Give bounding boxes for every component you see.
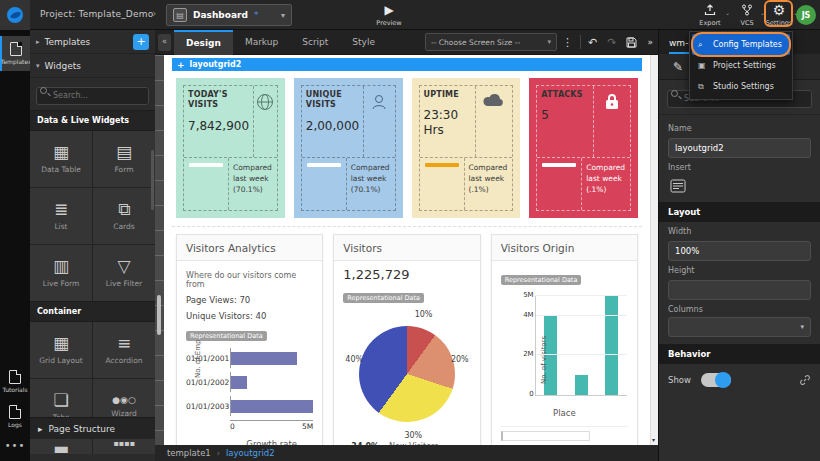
panel-visitors-analytics[interactable]: Visitors Analytics Where do our visitors… — [176, 234, 323, 445]
widget-list[interactable]: ≣List — [30, 188, 92, 244]
visitors-total: 1,225,729 — [343, 267, 470, 282]
data-table-icon: ▦ — [53, 144, 69, 161]
y-axis-label: No. of visitors — [540, 336, 548, 384]
kebab-menu-icon[interactable]: ⋮ — [557, 36, 578, 49]
widget-live-filter[interactable]: ▽Live Filter — [93, 245, 155, 301]
columns-dropdown[interactable]: ▾ — [668, 317, 811, 337]
widget-palette-sidebar: ▸ Templates + ▾ Widgets Data & Live Widg… — [30, 30, 155, 461]
project-name: Project: Template_Demo — [40, 9, 153, 19]
wavemaker-logo-icon — [6, 6, 24, 24]
edit-pencil-icon[interactable]: ✎ — [673, 60, 683, 74]
widget-search-input[interactable] — [36, 87, 149, 105]
panel-visitors-origin[interactable]: Visitors Origin Representational Data No… — [491, 234, 638, 445]
insert-row-button[interactable] — [668, 177, 688, 195]
rail-item-logs[interactable]: Logs — [0, 399, 30, 434]
columns-label: Columns — [659, 300, 820, 317]
more-panels-chevron-icon[interactable]: » — [642, 37, 658, 47]
show-toggle[interactable] — [701, 373, 731, 387]
collapse-arrow-icon: ▸ — [36, 38, 40, 46]
card-attacks[interactable]: ATTACKS 5 — [529, 78, 638, 218]
templates-section-header[interactable]: ▸ Templates + — [30, 30, 155, 54]
app-window: Project: Template_Demo › ▤ Dashboard * ▾… — [0, 0, 820, 461]
clipped-widget-icon: ▬ — [53, 440, 69, 454]
globe-icon — [255, 92, 275, 112]
panel-visitors[interactable]: Visitors 1,225,729 Representational Data… — [333, 234, 480, 445]
screen-size-dropdown[interactable]: -- Choose Screen Size -- ▾ — [425, 33, 557, 51]
tab-design[interactable]: Design — [174, 30, 233, 55]
search-icon — [671, 90, 678, 97]
templates-icon — [10, 42, 22, 56]
insert-label: Insert — [659, 158, 820, 175]
tab-script[interactable]: Script — [290, 30, 340, 55]
preview-button[interactable]: ▶ Preview — [372, 3, 406, 27]
representational-data-badge: Representational Data — [343, 293, 424, 303]
menu-item-config-templates[interactable]: ⌕ Config Templates — [692, 34, 790, 55]
breadcrumb-layoutgrid2[interactable]: layoutgrid2 — [226, 448, 275, 458]
x-axis-label: Place — [501, 408, 628, 418]
tab-markup[interactable]: Markup — [233, 30, 290, 55]
save-button[interactable] — [621, 37, 642, 48]
breadcrumb-chevron-icon: › — [217, 449, 220, 458]
breadcrumb-template1[interactable]: template1 — [167, 448, 211, 458]
kpi-cards-row: TODAY'S VISITS 7,842,900 — [172, 71, 642, 227]
card-todays-visits[interactable]: TODAY'S VISITS 7,842,900 — [176, 78, 285, 218]
selected-widget-bar[interactable]: + layoutgrid2 — [172, 58, 642, 71]
rail-item-templates[interactable]: Templates — [0, 36, 30, 71]
widget-grid-layout[interactable]: ▦Grid Layout — [30, 322, 92, 378]
export-icon — [704, 3, 716, 17]
sidebar-collapse-button[interactable]: « — [158, 34, 171, 51]
widget-live-form[interactable]: ▥Live Form — [30, 245, 92, 301]
more-options-icon[interactable]: ••• — [0, 434, 30, 457]
card-uptime[interactable]: UPTIME 23:30 Hrs — [412, 78, 521, 218]
export-button[interactable]: Export — [693, 3, 727, 27]
brand-logo[interactable] — [0, 0, 30, 30]
form-icon: ▤ — [116, 144, 132, 161]
vcs-button[interactable]: VCS — [730, 3, 764, 27]
bar-2003 — [231, 400, 313, 413]
page-icon: ▤ — [173, 8, 187, 22]
config-templates-icon: ⌕ — [698, 40, 708, 50]
insert-icon — [670, 179, 686, 193]
collapse-arrow-icon: ▸ — [38, 424, 43, 434]
behavior-section-header: Behavior — [659, 344, 820, 364]
widgets-section-header[interactable]: ▾ Widgets — [30, 54, 155, 78]
menu-item-project-settings[interactable]: ▣ Project Settings — [692, 55, 790, 76]
card-unique-visits[interactable]: UNIQUE VISITS 2,00,000 — [294, 78, 403, 218]
layout-section-header: Layout — [659, 202, 820, 222]
widget-data-table[interactable]: ▦Data Table — [30, 131, 92, 187]
width-label: Width — [659, 222, 820, 239]
undo-button[interactable]: ↶ — [583, 36, 602, 49]
add-template-button[interactable]: + — [133, 34, 149, 50]
menu-item-studio-settings[interactable]: ⧉ Studio Settings — [692, 76, 790, 97]
user-avatar[interactable]: JS — [796, 5, 816, 25]
redo-button[interactable]: ↷ — [602, 36, 621, 49]
panel-title: Visitors Origin — [492, 235, 637, 261]
sidebar-scrollbar[interactable] — [151, 150, 154, 210]
widget-form[interactable]: ▤Form — [93, 131, 155, 187]
settings-button[interactable]: ⚙ Settings — [762, 3, 796, 27]
widget-cards[interactable]: ⧉Cards — [93, 188, 155, 244]
bind-link-icon[interactable] — [799, 374, 811, 386]
table-filter-input[interactable] — [501, 431, 590, 441]
project-settings-icon: ▣ — [698, 61, 708, 70]
representational-data-badge: Representational Data — [501, 275, 582, 285]
panels-row: Visitors Analytics Where do our visitors… — [172, 227, 642, 445]
visitors-pie-chart: 10% 20% 30% 40% — [343, 314, 470, 434]
live-form-icon: ▥ — [53, 258, 69, 275]
show-label: Show — [668, 375, 691, 385]
page-structure-header[interactable]: ▸ Page Structure — [30, 417, 155, 439]
name-input[interactable] — [668, 138, 811, 158]
cloud-icon — [482, 92, 506, 110]
height-label: Height — [659, 261, 820, 278]
canvas-scrollbar-thumb[interactable] — [157, 295, 161, 335]
tab-style[interactable]: Style — [340, 30, 387, 55]
height-input[interactable] — [668, 280, 811, 300]
section-title-data-live: Data & Live Widgets — [30, 110, 155, 131]
page-selector-dropdown[interactable]: ▤ Dashboard * ▾ — [166, 4, 292, 26]
canvas-right-scrollbar[interactable] — [650, 55, 658, 445]
widget-accordion[interactable]: ≡Accordion — [93, 322, 155, 378]
rail-item-tutorials[interactable]: Tutorials — [0, 364, 30, 399]
width-input[interactable] — [668, 241, 811, 261]
vertical-ruler — [155, 55, 164, 445]
project-chevron-icon: › — [152, 7, 156, 20]
